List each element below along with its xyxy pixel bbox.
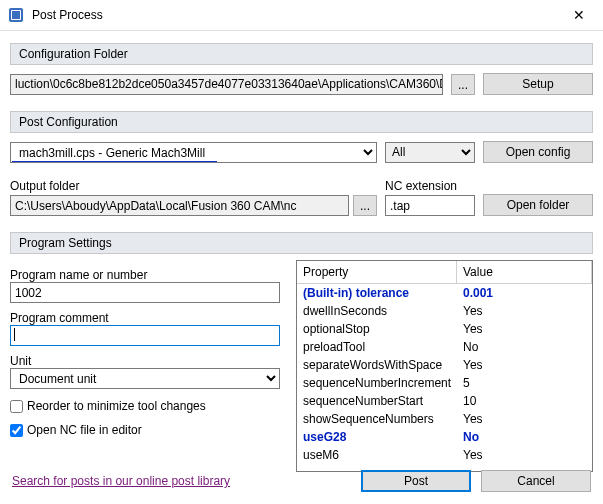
program-name-input[interactable] xyxy=(10,282,280,303)
output-folder-browse[interactable]: ... xyxy=(353,195,377,216)
reorder-label: Reorder to minimize tool changes xyxy=(27,399,206,413)
cancel-button[interactable]: Cancel xyxy=(481,470,591,492)
text-caret xyxy=(14,328,15,341)
close-button[interactable]: ✕ xyxy=(559,0,599,30)
unit-label: Unit xyxy=(10,354,280,368)
property-value: Yes xyxy=(457,320,592,338)
property-name: preloadTool xyxy=(297,338,457,356)
nc-ext-input[interactable] xyxy=(385,195,475,216)
section-program-settings: Program Settings xyxy=(10,232,593,254)
open-folder-button[interactable]: Open folder xyxy=(483,194,593,216)
property-value: 0.001 xyxy=(457,284,592,302)
program-comment-label: Program comment xyxy=(10,311,280,325)
property-name: showSequenceNumbers xyxy=(297,410,457,428)
property-row[interactable]: preloadToolNo xyxy=(297,338,592,356)
config-folder-path: luction\0c6c8be812b2dce050a3457de4077e03… xyxy=(10,74,443,95)
reorder-checkbox[interactable] xyxy=(10,400,23,413)
properties-header-value[interactable]: Value xyxy=(457,261,592,284)
property-row[interactable]: dwellInSecondsYes xyxy=(297,302,592,320)
property-name: sequenceNumberStart xyxy=(297,392,457,410)
property-value: Yes xyxy=(457,446,592,464)
properties-table: Property Value (Built-in) tolerance0.001… xyxy=(296,260,593,472)
property-row[interactable]: separateWordsWithSpaceYes xyxy=(297,356,592,374)
property-row[interactable]: sequenceNumberIncrement5 xyxy=(297,374,592,392)
section-config-folder: Configuration Folder xyxy=(10,43,593,65)
property-value: 10 xyxy=(457,392,592,410)
config-folder-browse[interactable]: ... xyxy=(451,74,475,95)
property-name: (Built-in) tolerance xyxy=(297,284,457,302)
program-comment-input[interactable] xyxy=(10,325,280,346)
property-row[interactable]: optionalStopYes xyxy=(297,320,592,338)
property-value: Yes xyxy=(457,356,592,374)
search-posts-link[interactable]: Search for posts in our online post libr… xyxy=(12,474,230,488)
property-value: Yes xyxy=(457,410,592,428)
open-nc-label: Open NC file in editor xyxy=(27,423,142,437)
program-name-label: Program name or number xyxy=(10,268,280,282)
svg-rect-2 xyxy=(12,11,20,19)
open-nc-checkbox[interactable] xyxy=(10,424,23,437)
property-name: optionalStop xyxy=(297,320,457,338)
setup-button[interactable]: Setup xyxy=(483,73,593,95)
property-value: No xyxy=(457,428,592,446)
property-row[interactable]: sequenceNumberStart10 xyxy=(297,392,592,410)
post-button[interactable]: Post xyxy=(361,470,471,492)
property-name: useG28 xyxy=(297,428,457,446)
property-value: No xyxy=(457,338,592,356)
open-config-button[interactable]: Open config xyxy=(483,141,593,163)
output-folder-label: Output folder xyxy=(10,179,377,193)
output-folder-path xyxy=(10,195,349,216)
post-config-select[interactable]: mach3mill.cps - Generic Mach3Mill xyxy=(10,142,377,163)
property-row[interactable]: showSequenceNumbersYes xyxy=(297,410,592,428)
property-name: dwellInSeconds xyxy=(297,302,457,320)
property-value: Yes xyxy=(457,302,592,320)
window-title: Post Process xyxy=(32,8,559,22)
annotation-underline xyxy=(12,161,217,162)
property-row[interactable]: (Built-in) tolerance0.001 xyxy=(297,284,592,302)
properties-header-property[interactable]: Property xyxy=(297,261,457,284)
property-name: separateWordsWithSpace xyxy=(297,356,457,374)
property-value: 5 xyxy=(457,374,592,392)
property-row[interactable]: useM6Yes xyxy=(297,446,592,464)
app-icon xyxy=(8,7,24,23)
section-post-config: Post Configuration xyxy=(10,111,593,133)
post-filter-select[interactable]: All xyxy=(385,142,475,163)
nc-ext-label: NC extension xyxy=(385,179,475,193)
property-name: useM6 xyxy=(297,446,457,464)
property-name: sequenceNumberIncrement xyxy=(297,374,457,392)
unit-select[interactable]: Document unit xyxy=(10,368,280,389)
property-row[interactable]: useG28No xyxy=(297,428,592,446)
